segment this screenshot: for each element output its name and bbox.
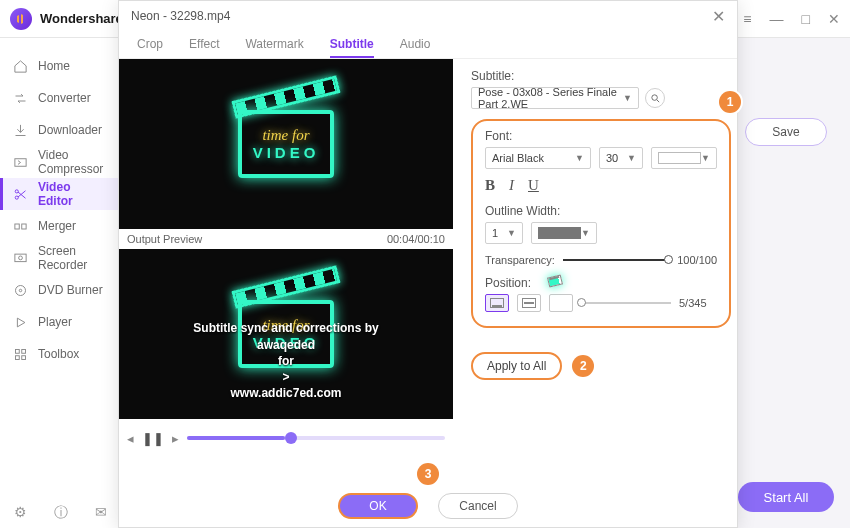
font-label: Font: <box>485 129 717 143</box>
window-minimize[interactable]: — <box>770 11 784 27</box>
outline-width-select[interactable]: 1▼ <box>485 222 523 244</box>
tab-subtitle[interactable]: Subtitle <box>330 31 374 58</box>
tab-audio[interactable]: Audio <box>400 31 431 58</box>
close-icon[interactable]: ✕ <box>712 7 725 26</box>
svg-rect-9 <box>15 349 19 353</box>
help-icon[interactable]: ⓘ <box>54 504 68 522</box>
chevron-down-icon: ▼ <box>623 93 632 103</box>
output-preview: time forVIDEO Subtitle sync and correcti… <box>119 249 453 419</box>
app-brand: Wondershare <box>40 11 123 26</box>
next-button[interactable]: ▸ <box>172 431 179 446</box>
sidebar-item-label: Toolbox <box>38 347 79 361</box>
position-bottom-button[interactable] <box>485 294 509 312</box>
ok-button[interactable]: OK <box>338 493 418 519</box>
cancel-button[interactable]: Cancel <box>438 493 518 519</box>
start-all-button[interactable]: Start All <box>738 482 834 512</box>
seek-slider[interactable] <box>187 436 445 440</box>
download-icon <box>12 122 28 138</box>
prev-button[interactable]: ◂ <box>127 431 134 446</box>
font-family-select[interactable]: Arial Black▼ <box>485 147 591 169</box>
chevron-down-icon: ▼ <box>627 153 636 163</box>
sidebar-item-recorder[interactable]: Screen Recorder <box>0 242 119 274</box>
apply-to-all-button[interactable]: Apply to All <box>471 352 562 380</box>
underline-button[interactable]: U <box>528 177 539 194</box>
sidebar-item-merger[interactable]: Merger <box>0 210 119 242</box>
sidebar-item-label: Downloader <box>38 123 102 137</box>
svg-rect-3 <box>14 224 18 229</box>
position-middle-button[interactable] <box>517 294 541 312</box>
disc-icon <box>12 282 28 298</box>
transparency-label: Transparency: <box>485 254 555 266</box>
play-icon <box>12 314 28 330</box>
record-icon <box>12 250 28 266</box>
position-label: Position: <box>485 276 717 290</box>
svg-rect-5 <box>14 254 25 262</box>
position-value: 5/345 <box>679 297 707 309</box>
search-subtitle-button[interactable] <box>645 88 665 108</box>
tab-crop[interactable]: Crop <box>137 31 163 58</box>
sidebar-item-label: Video Compressor <box>38 148 107 176</box>
sidebar-item-dvd[interactable]: DVD Burner <box>0 274 119 306</box>
compress-icon <box>12 154 28 170</box>
sidebar: Home Converter Downloader Video Compress… <box>0 38 120 528</box>
transparency-slider[interactable] <box>563 259 669 261</box>
neon-text-1: time for <box>262 127 309 144</box>
sidebar-item-converter[interactable]: Converter <box>0 82 119 114</box>
sidebar-item-label: Video Editor <box>38 180 107 208</box>
sidebar-item-toolbox[interactable]: Toolbox <box>0 338 119 370</box>
grid-icon <box>12 346 28 362</box>
pause-button[interactable]: ❚❚ <box>142 431 164 446</box>
svg-rect-4 <box>21 224 25 229</box>
svg-rect-10 <box>21 349 25 353</box>
window-maximize[interactable]: □ <box>802 11 810 27</box>
tab-effect[interactable]: Effect <box>189 31 219 58</box>
font-color-select[interactable]: ▼ <box>651 147 717 169</box>
sidebar-item-video-editor[interactable]: Video Editor <box>0 178 119 210</box>
window-close[interactable]: ✕ <box>828 11 840 27</box>
output-preview-label: Output Preview <box>127 233 202 245</box>
subtitle-overlay: Subtitle sync and corrections byawaqeded… <box>119 320 453 401</box>
sidebar-item-compressor[interactable]: Video Compressor <box>0 146 119 178</box>
sidebar-item-player[interactable]: Player <box>0 306 119 338</box>
outline-color-swatch <box>538 227 581 239</box>
sidebar-item-downloader[interactable]: Downloader <box>0 114 119 146</box>
svg-point-8 <box>19 289 22 292</box>
font-color-swatch <box>658 152 701 164</box>
app-logo <box>10 8 32 30</box>
timecode: 00:04/00:10 <box>387 233 445 245</box>
callout-1: 1 <box>719 91 741 113</box>
position-slider[interactable] <box>581 302 671 304</box>
message-icon[interactable]: ✉ <box>95 504 107 522</box>
svg-point-6 <box>18 256 22 260</box>
font-size-select[interactable]: 30▼ <box>599 147 643 169</box>
outline-label: Outline Width: <box>485 204 717 218</box>
subtitle-file-select[interactable]: Pose - 03x08 - Series Finale Part 2.WE▼ <box>471 87 639 109</box>
outline-color-select[interactable]: ▼ <box>531 222 597 244</box>
chevron-down-icon: ▼ <box>507 228 516 238</box>
settings-icon[interactable]: ⚙ <box>14 504 27 522</box>
home-icon <box>12 58 28 74</box>
hamburger-icon[interactable]: ≡ <box>743 11 751 27</box>
svg-point-7 <box>15 285 25 295</box>
transparency-value: 100/100 <box>677 254 717 266</box>
position-top-button[interactable] <box>549 294 573 312</box>
subtitle-editor-modal: Neon - 32298.mp4 ✕ Crop Effect Watermark… <box>118 0 738 528</box>
sidebar-item-label: DVD Burner <box>38 283 103 297</box>
svg-point-13 <box>651 94 657 100</box>
sidebar-item-label: Converter <box>38 91 91 105</box>
italic-button[interactable]: I <box>509 177 514 194</box>
chevron-down-icon: ▼ <box>701 153 710 163</box>
bold-button[interactable]: B <box>485 177 495 194</box>
svg-rect-12 <box>21 355 25 359</box>
font-settings-group: Font: Arial Black▼ 30▼ ▼ B I U Outline W… <box>471 119 731 328</box>
converter-icon <box>12 90 28 106</box>
scissors-icon <box>12 186 28 202</box>
neon-text-2: VIDEO <box>253 144 320 161</box>
sidebar-item-label: Home <box>38 59 70 73</box>
sidebar-item-label: Merger <box>38 219 76 233</box>
tab-watermark[interactable]: Watermark <box>245 31 303 58</box>
sidebar-item-home[interactable]: Home <box>0 50 119 82</box>
subtitle-label: Subtitle: <box>471 69 731 83</box>
callout-2: 2 <box>572 355 594 377</box>
save-button[interactable]: Save <box>745 118 827 146</box>
